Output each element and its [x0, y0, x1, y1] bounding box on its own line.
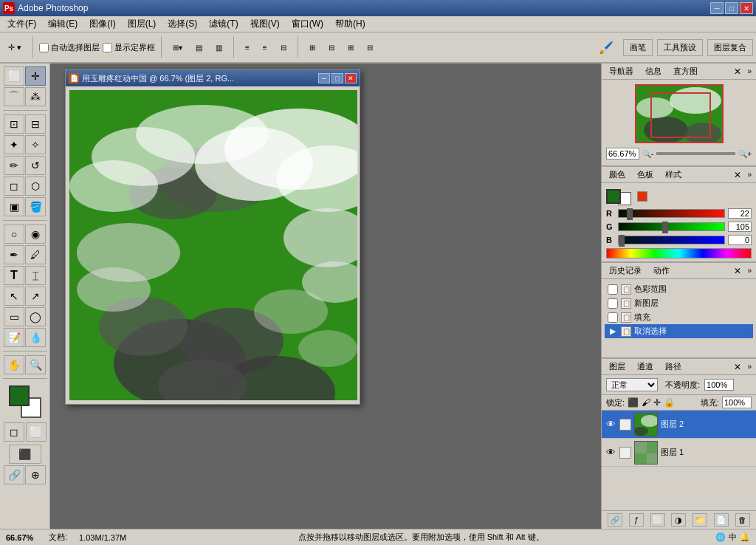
auto-select-label[interactable]: 自动选择图层 — [39, 42, 100, 53]
color-fg-swatch[interactable] — [606, 189, 621, 204]
direct-selection-tool[interactable]: ↗ — [25, 287, 46, 306]
rectangular-marquee-tool[interactable]: ⬜ — [4, 66, 24, 86]
restore-button[interactable]: □ — [725, 2, 738, 14]
history-item-3[interactable]: 📋 填充 — [605, 310, 753, 324]
navigator-close-btn[interactable]: ✕ — [734, 66, 741, 77]
history-item-4[interactable]: ▶ 📋 取消选择 — [605, 324, 753, 338]
r-slider-track[interactable] — [618, 209, 725, 218]
r-slider-thumb[interactable] — [627, 208, 633, 220]
menu-layer[interactable]: 图层(L) — [122, 16, 162, 32]
tb-ctrl-3[interactable]: ▥ — [210, 41, 227, 54]
tb-ctrl-7[interactable]: ⊞ — [304, 41, 320, 54]
layer-1-mask-icon[interactable] — [619, 447, 631, 459]
zoom-input[interactable] — [606, 148, 639, 160]
history-check-1[interactable] — [608, 284, 618, 295]
tab-layers[interactable]: 图层 — [606, 360, 628, 374]
path-selection-tool[interactable]: ↖ — [4, 287, 24, 306]
layer-2-visibility-icon[interactable]: 👁 — [605, 419, 616, 431]
healing-brush-tool[interactable]: ✦ — [4, 135, 24, 154]
tab-channels[interactable]: 通道 — [634, 360, 656, 374]
edit-in-quick-mask[interactable]: ⬜ — [26, 422, 47, 442]
layer-delete-btn[interactable]: 🗑 — [735, 513, 750, 527]
rectangle-tool[interactable]: ▭ — [4, 307, 24, 326]
magic-wand-tool[interactable]: ⁂ — [25, 87, 46, 106]
gradient-tool[interactable]: ▣ — [4, 197, 24, 216]
b-slider-thumb[interactable] — [619, 235, 625, 247]
tab-paths[interactable]: 路径 — [662, 360, 684, 374]
jump-to-ir[interactable]: 🔗 — [4, 465, 24, 484]
tb-ctrl-2[interactable]: ▤ — [190, 41, 207, 54]
menu-help[interactable]: 帮助(H) — [329, 16, 371, 32]
doc-minimize-btn[interactable]: ─ — [318, 73, 330, 83]
tab-histogram[interactable]: 直方图 — [670, 64, 701, 78]
tab-styles[interactable]: 样式 — [662, 168, 684, 182]
pen-tool[interactable]: ✒ — [4, 245, 24, 264]
zoom-slider[interactable] — [656, 152, 735, 155]
r-value-input[interactable] — [728, 208, 752, 219]
zoom-out-icon[interactable]: 🔍- — [642, 150, 653, 158]
burn-tool[interactable]: ◉ — [25, 224, 46, 244]
doc-restore-btn[interactable]: □ — [331, 73, 343, 83]
foreground-color-swatch[interactable] — [9, 385, 30, 406]
edit-in-standard-mode[interactable]: ◻ — [4, 422, 24, 442]
lock-image-icon[interactable]: 🖌 — [642, 397, 650, 408]
auto-select-checkbox[interactable] — [39, 43, 49, 52]
menu-select[interactable]: 选择(S) — [162, 16, 203, 32]
move-tool-button[interactable]: ✛ ▾ — [3, 41, 27, 55]
g-slider-track[interactable] — [618, 222, 725, 231]
layer-link-btn[interactable]: 🔗 — [608, 513, 622, 527]
close-button[interactable]: ✕ — [740, 2, 753, 14]
show-bounds-checkbox[interactable] — [103, 43, 112, 52]
dodge-tool[interactable]: ○ — [4, 224, 24, 244]
menu-view[interactable]: 视图(V) — [244, 16, 286, 32]
vertical-text-tool[interactable]: ⌶ — [25, 266, 46, 285]
tab-actions[interactable]: 动作 — [650, 264, 673, 278]
eyedropper-tool[interactable]: 💧 — [25, 328, 46, 347]
brush-tool[interactable]: ✏ — [4, 156, 24, 175]
zoom-in-icon[interactable]: 🔍+ — [738, 150, 752, 158]
doc-close-btn[interactable]: ✕ — [345, 73, 357, 83]
layer-new-btn[interactable]: 📄 — [714, 513, 729, 527]
fill-input[interactable] — [722, 397, 752, 408]
tb-ctrl-10[interactable]: ⊟ — [362, 41, 378, 54]
move-tool[interactable]: ✛ — [25, 66, 46, 86]
menu-image[interactable]: 图像(I) — [83, 16, 121, 32]
show-bounds-label[interactable]: 显示定界框 — [103, 42, 155, 53]
history-check-2[interactable] — [608, 298, 618, 309]
tb-ctrl-9[interactable]: ⊞ — [343, 41, 359, 54]
color-close-btn[interactable]: ✕ — [734, 170, 741, 180]
brush-tb-icon[interactable]: 🖌️ — [594, 38, 619, 57]
eraser-tool[interactable]: ◻ — [4, 176, 24, 196]
paint-bucket-tool[interactable]: 🪣 — [25, 197, 46, 216]
tb-ctrl-4[interactable]: ≡ — [240, 41, 255, 54]
document-canvas[interactable] — [69, 90, 357, 400]
patch-tool[interactable]: ✧ — [25, 135, 46, 154]
layer-item-1[interactable]: 👁 图层 1 — [602, 439, 756, 467]
layer-item-2[interactable]: 👁 图层 2 — [602, 411, 756, 439]
blend-mode-select[interactable]: 正常 溶解 变暗 正片叠底 — [606, 378, 658, 391]
layer-group-btn[interactable]: 📁 — [693, 513, 707, 527]
b-value-input[interactable] — [728, 235, 752, 245]
tab-brush[interactable]: 画笔 — [623, 39, 653, 56]
tab-swatches[interactable]: 色板 — [634, 168, 656, 182]
text-tool[interactable]: T — [4, 266, 24, 285]
tb-ctrl-8[interactable]: ⊟ — [323, 41, 340, 54]
history-brush-tool[interactable]: ↺ — [25, 156, 46, 175]
layer-1-visibility-icon[interactable]: 👁 — [605, 447, 616, 459]
ellipse-tool[interactable]: ◯ — [25, 307, 46, 326]
minimize-button[interactable]: ─ — [710, 2, 724, 14]
tb-ctrl-1[interactable]: ⊞▾ — [168, 41, 188, 54]
tab-layer-comp[interactable]: 图层复合 — [707, 39, 753, 56]
zoom-tool[interactable]: 🔍 — [25, 355, 46, 374]
g-value-input[interactable] — [728, 222, 752, 232]
menu-file[interactable]: 文件(F) — [1, 16, 42, 32]
history-expand-btn[interactable]: » — [747, 267, 752, 275]
tb-ctrl-5[interactable]: ≡ — [258, 41, 272, 54]
g-slider-thumb[interactable] — [662, 222, 668, 233]
tab-color[interactable]: 颜色 — [606, 168, 628, 182]
opacity-input[interactable] — [704, 379, 734, 391]
b-slider-track[interactable] — [618, 236, 725, 244]
tab-navigator[interactable]: 导航器 — [606, 64, 636, 78]
tab-info[interactable]: 信息 — [642, 64, 664, 78]
lock-transparent-icon[interactable]: ⬛ — [628, 397, 639, 408]
